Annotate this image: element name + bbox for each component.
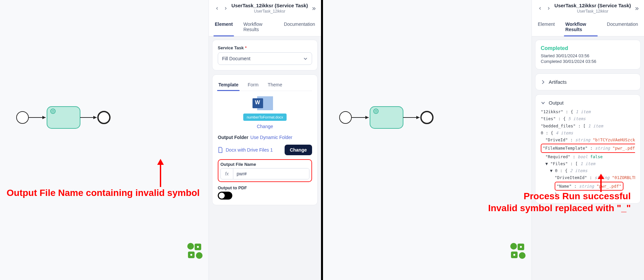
json-row: "bedded_files" : [ 1 item [541,122,635,129]
svg-marker-2 [42,116,46,119]
panel-titles-right: UserTask_12ikksr (Service Task) UserTask… [554,3,631,14]
file-preview: numberToFormat.docx Change [218,96,312,129]
tab-workflow-results-right[interactable]: Workflow Results [565,18,597,36]
fx-button[interactable]: fx [221,168,233,179]
artifacts-label: Artifacts [549,79,567,85]
next-button-right[interactable]: › [546,3,552,13]
json-output: "12ikksr" : { 1 item "ties" : { 5 items … [541,108,635,198]
panel-titles: UserTask_12ikksr (Service Task) UserTask… [231,3,308,14]
drive-change-button[interactable]: Change [285,145,312,155]
svg-marker-19 [365,116,369,119]
service-task-value: Fill Document [222,56,251,61]
tab-element-right[interactable]: Element [537,18,555,36]
output-toggle[interactable]: Output [541,100,635,106]
service-task-label: Service Task * [218,45,312,50]
json-row: "ties" : { 5 items [541,115,635,122]
json-row: "Required" : bool false [541,153,635,160]
service-task-select[interactable]: Fill Document [218,52,312,65]
expand-button-right[interactable]: » [634,3,639,13]
json-row: } [541,191,635,198]
chevron-down-icon [303,56,308,61]
panel-subtitle: UserTask_12ikksr [231,9,308,14]
bpmn-canvas-right[interactable] [323,0,531,280]
panel-subtitle-right: UserTask_12ikksr [554,9,631,14]
drive-file-label: Docx with Drive Files 1 [226,147,273,153]
drive-file-row: Docx with Drive Files 1 Change [218,145,312,155]
svg-point-8 [98,112,110,123]
use-dynamic-folder-link[interactable]: Use Dynamic Folder [251,135,293,140]
next-button[interactable]: › [223,3,229,13]
tab-workflow-results[interactable]: Workflow Results [243,18,274,36]
output-card: Output "12ikksr" : { 1 item "ties" : { 5… [535,94,641,204]
bpmn-diagram-right [339,103,435,132]
output-to-pdf-label: Output to PDF [218,185,312,190]
prev-button[interactable]: ‹ [214,3,220,13]
output-file-name-group: fx [220,168,309,179]
prev-button-right[interactable]: ‹ [537,3,543,13]
left-pane: ‹ › UserTask_12ikksr (Service Task) User… [0,0,321,280]
json-highlight-name: "Name" : string "pwr_.pdf" [541,181,635,191]
right-panel: ‹ › UserTask_12ikksr (Service Task) User… [531,0,644,280]
status-title: Completed [541,45,635,51]
left-panel: ‹ › UserTask_12ikksr (Service Task) User… [208,0,321,280]
json-highlight-filename: "FileNameTemplate" : string "pwr_.pdf" [541,143,635,153]
expand-button[interactable]: » [311,3,316,13]
svg-point-9 [187,243,194,250]
svg-point-17 [340,112,351,123]
chevron-down-icon [541,101,545,105]
svg-point-31 [513,254,515,256]
output-to-pdf-toggle[interactable] [218,192,232,200]
json-row: "12ikksr" : { 1 item [541,108,635,115]
json-row: 0 : { 4 items [541,129,635,136]
tab-element[interactable]: Element [214,18,233,36]
change-file-link[interactable]: Change [257,124,273,129]
template-card: Template Form Theme numberToFormat.docx … [212,74,318,205]
svg-point-14 [190,254,192,256]
svg-point-26 [510,243,517,250]
helper-icon[interactable] [186,242,205,261]
status-completed: Completed 30/01/2024 03:56 [541,59,635,64]
output-folder-label: Output Folder [218,135,249,140]
output-label: Output [549,100,564,106]
output-folder-row: Output Folder Use Dynamic Folder [218,135,312,140]
artifacts-card: Artifacts [535,73,641,90]
subtab-theme[interactable]: Theme [267,80,283,91]
output-file-name-input[interactable] [233,168,309,179]
panel-body-right: Completed Started 30/01/2024 03:56 Compl… [532,36,644,280]
helper-icon-right[interactable] [509,242,528,261]
bpmn-diagram [16,103,112,132]
panel-tabs-right: Element Workflow Results Documentation [532,18,644,36]
panel-title-right: UserTask_12ikksr (Service Task) [554,3,631,8]
viewport: ‹ › UserTask_12ikksr (Service Task) User… [0,0,644,280]
svg-marker-24 [416,116,420,119]
svg-rect-20 [370,107,403,128]
panel-header-right: ‹ › UserTask_12ikksr (Service Task) User… [532,0,644,14]
subtab-form[interactable]: Form [247,80,259,91]
service-task-card: Service Task * Fill Document [212,40,318,70]
json-row: ▼ 0 : { 2 items [541,167,635,174]
template-subtabs: Template Form Theme [218,80,312,91]
panel-title: UserTask_12ikksr (Service Task) [231,3,308,8]
output-file-name-label: Output File Name [220,162,309,167]
svg-point-30 [520,246,522,248]
file-icon [218,147,223,153]
json-row: "DriveId" : string "b!TCYzuVAeHUSzcko_lP… [541,136,635,143]
svg-point-29 [519,252,526,259]
output-file-name-wrap: Output File Name fx [218,159,312,182]
panel-tabs: Element Workflow Results Documentation [209,18,321,36]
svg-marker-7 [93,116,97,119]
subtab-template[interactable]: Template [218,80,239,91]
tab-documentation-right[interactable]: Documentation [606,18,639,36]
json-row: "DriveItemId" : string "01ZORBLTNRH [541,174,635,181]
drive-file-left: Docx with Drive Files 1 [218,147,273,153]
svg-point-0 [17,112,28,123]
bpmn-canvas[interactable] [0,0,208,280]
status-card: Completed Started 30/01/2024 03:56 Compl… [535,40,641,70]
right-pane: ‹ › UserTask_12ikksr (Service Task) User… [323,0,644,280]
svg-point-25 [421,112,433,123]
status-started: Started 30/01/2024 03:56 [541,53,635,58]
svg-rect-3 [47,107,80,128]
tab-documentation[interactable]: Documentation [283,18,316,36]
panel-header: ‹ › UserTask_12ikksr (Service Task) User… [209,0,321,14]
artifacts-toggle[interactable]: Artifacts [541,79,635,85]
